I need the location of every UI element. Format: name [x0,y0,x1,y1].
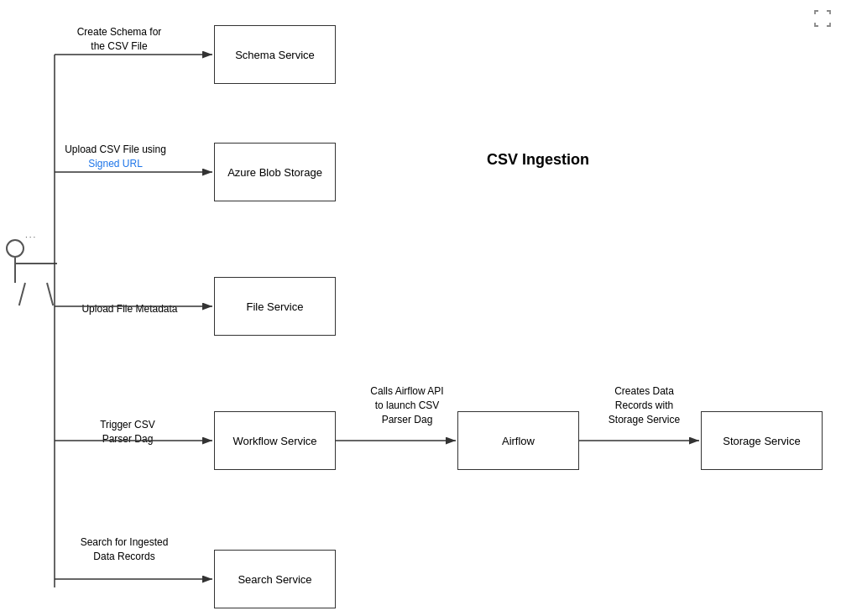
diagram-title: CSV Ingestion [487,151,589,169]
annotation-calls-airflow: Calls Airflow API to launch CSV Parser D… [353,384,462,426]
schema-service-box: Schema Service [214,25,336,84]
file-service-box: File Service [214,277,336,336]
fullscreen-icon[interactable] [812,8,833,29]
azure-blob-box: Azure Blob Storage [214,143,336,201]
annotation-search-for: Search for Ingested Data Records [57,535,191,564]
annotation-upload-metadata: Upload File Metadata [69,302,191,316]
annotation-trigger-csv: Trigger CSV Parser Dag [69,418,186,446]
annotation-create-schema: Create Schema for the CSV File [60,25,178,54]
workflow-service-box: Workflow Service [214,411,336,470]
airflow-box: Airflow [457,411,579,470]
storage-service-box: Storage Service [701,411,823,470]
diagram-container: CSV Ingestion ··· Schema Service Azure B… [0,0,841,616]
annotation-upload-csv: Upload CSV File usingSigned URL [50,143,180,171]
search-service-box: Search Service [214,550,336,608]
annotation-creates-data: Creates Data Records with Storage Servic… [588,384,701,426]
